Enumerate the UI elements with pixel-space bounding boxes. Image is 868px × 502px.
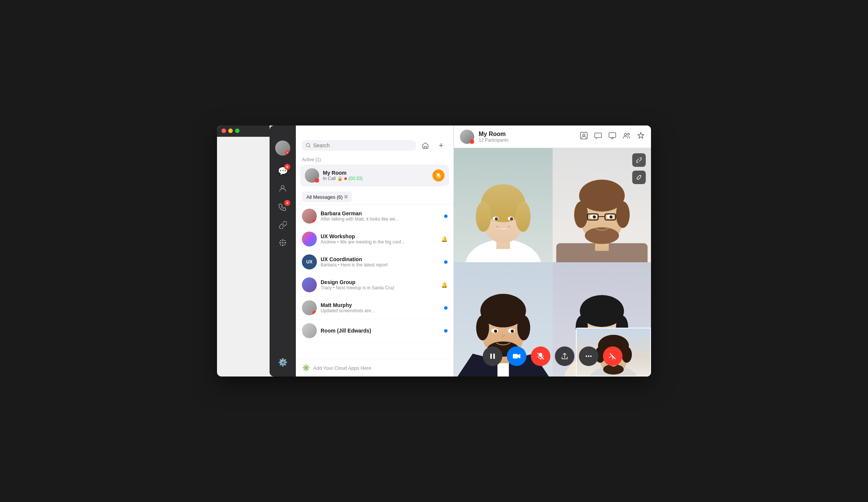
message-indicator	[444, 329, 448, 333]
chat-badge: 6	[284, 164, 290, 170]
list-item[interactable]: Matt Murphy Updated screenshots are...	[296, 296, 454, 319]
call-name: My Room	[323, 170, 429, 176]
sidebar-item-calls[interactable]: 4	[274, 199, 291, 216]
status-badge	[312, 219, 317, 224]
expand-icon-1	[636, 157, 642, 163]
list-item[interactable]: Room (Jill Edwards)	[296, 319, 454, 342]
svg-point-25	[515, 201, 531, 232]
left-panel: + Active (1) My Room In Call 🔒 (00:33)	[296, 126, 454, 376]
call-avatar	[305, 168, 319, 183]
unread-indicator	[444, 329, 448, 333]
active-call-item[interactable]: My Room In Call 🔒 (00:33)	[300, 165, 449, 186]
user-avatar[interactable]: ✎	[275, 141, 290, 156]
room-avatar-badge	[470, 139, 474, 144]
people-button[interactable]	[622, 132, 631, 142]
svg-point-37	[585, 227, 619, 244]
muted-icon: 🔔	[441, 282, 448, 288]
right-header: My Room 12 Participants	[454, 126, 651, 148]
more-button[interactable]	[579, 346, 598, 366]
svg-point-6	[280, 240, 281, 241]
room-participants-button[interactable]	[580, 132, 588, 142]
message-preview: Barbara • Here is the latest report	[321, 262, 440, 268]
svg-point-28	[495, 217, 498, 220]
list-item[interactable]: Design Group Tracy • Next meetup is in S…	[296, 274, 454, 296]
add-cloud-label: Add Your Cloud Apps Here	[313, 365, 371, 371]
message-content: Design Group Tracy • Next meetup is in S…	[321, 279, 437, 290]
video-cell-1	[454, 148, 553, 262]
maximize-button[interactable]	[235, 129, 240, 133]
list-item[interactable]: UX Workshop Andrew • We are meeting in t…	[296, 228, 454, 251]
mute-button[interactable]	[531, 346, 550, 366]
svg-point-51	[517, 315, 530, 340]
screen-button[interactable]	[608, 132, 616, 142]
active-label: Active (1)	[296, 155, 454, 165]
close-button[interactable]	[222, 129, 226, 133]
sidebar-item-integrations[interactable]	[274, 235, 291, 252]
svg-point-41	[609, 215, 612, 218]
message-indicator: 🔔	[441, 282, 448, 288]
sidebar-item-links[interactable]	[274, 217, 291, 234]
svg-point-4	[282, 239, 283, 241]
titlebar	[217, 126, 270, 137]
participants-icon	[580, 132, 588, 140]
add-cloud-apps[interactable]: ✳️ Add Your Cloud Apps Here	[296, 359, 454, 376]
more-icon	[585, 352, 592, 360]
svg-point-85	[622, 346, 632, 363]
room-avatar	[460, 130, 474, 144]
message-preview: Andrew • We are meeting in the big conf.…	[321, 239, 437, 245]
sidebar-item-settings[interactable]: ⚙️	[274, 354, 291, 370]
message-content: Room (Jill Edwards)	[321, 328, 440, 334]
svg-point-77	[590, 355, 592, 357]
list-item[interactable]: UX UX Coordination Barbara • Here is the…	[296, 251, 454, 274]
search-input[interactable]	[313, 142, 412, 148]
sidebar-item-chat[interactable]: 💬 6	[274, 163, 291, 180]
people-icon	[622, 132, 631, 140]
video-toggle-button[interactable]	[507, 346, 526, 366]
sidebar-item-contacts[interactable]	[274, 181, 291, 198]
room-name: My Room	[479, 131, 575, 138]
expand-icon-2	[636, 174, 642, 180]
active-indicator	[344, 177, 347, 180]
list-item[interactable]: Barbara German After talking with Matt, …	[296, 205, 454, 228]
unread-indicator	[444, 215, 448, 218]
call-status: In Call 🔒 (00:33)	[323, 176, 429, 181]
svg-point-76	[588, 355, 589, 357]
minimize-button[interactable]	[228, 129, 233, 133]
links-icon	[279, 221, 287, 231]
integrations-icon	[279, 239, 287, 249]
messages-filter[interactable]: All Messages (6) ≡	[302, 192, 352, 202]
chat-icon	[594, 132, 602, 140]
svg-point-36	[616, 201, 629, 228]
microphone-mute-icon	[436, 173, 441, 178]
svg-point-15	[583, 134, 585, 136]
filter-icon: ≡	[344, 194, 348, 200]
pause-icon	[489, 352, 496, 360]
chat-button[interactable]	[594, 132, 602, 142]
lock-icon: 🔒	[337, 176, 343, 181]
expand-button-1[interactable]	[632, 153, 646, 167]
home-button[interactable]	[419, 139, 432, 152]
message-name: Barbara German	[321, 210, 440, 216]
star-icon	[637, 132, 645, 140]
expand-button-2[interactable]	[632, 171, 646, 184]
messages-header: All Messages (6) ≡	[296, 189, 454, 205]
message-content: UX Workshop Andrew • We are meeting in t…	[321, 233, 437, 245]
share-button[interactable]	[555, 346, 574, 366]
app-window: ✎ 💬 6 4	[217, 126, 651, 376]
pause-button[interactable]	[483, 346, 502, 366]
message-preview: Tracy • Next meetup is in Santa Cruz	[321, 285, 437, 290]
svg-point-5	[282, 245, 283, 246]
svg-point-0	[281, 186, 284, 189]
svg-point-18	[628, 133, 630, 135]
message-content: Matt Murphy Updated screenshots are...	[321, 302, 440, 313]
svg-point-7	[284, 240, 285, 241]
search-bar[interactable]	[302, 140, 416, 151]
call-mute-button[interactable]	[432, 169, 445, 181]
end-call-button[interactable]	[603, 346, 622, 366]
integrations-button[interactable]	[637, 132, 645, 142]
svg-point-50	[476, 315, 489, 340]
video-icon	[512, 352, 521, 360]
room-info: My Room 12 Participants	[479, 131, 575, 143]
compose-button[interactable]: +	[435, 139, 448, 152]
filter-label: All Messages (6)	[306, 194, 343, 200]
